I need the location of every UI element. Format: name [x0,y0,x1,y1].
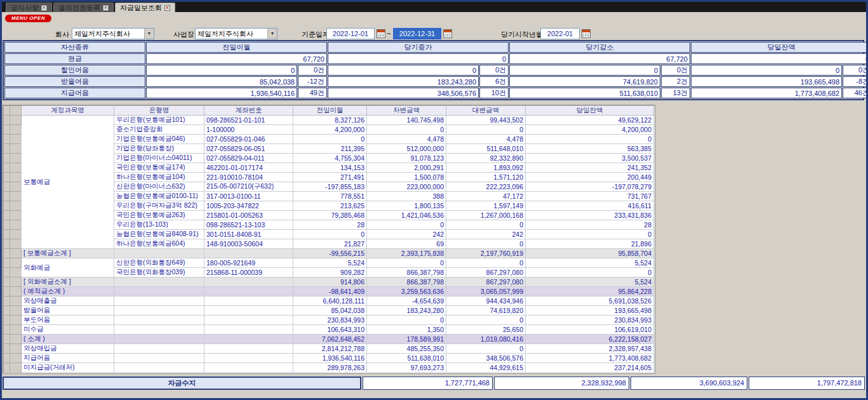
row-selector[interactable] [10,306,22,316]
tab-inactive[interactable]: 결의전표등록× [53,3,114,12]
amount-cell[interactable]: 4,200,000 [293,125,367,135]
amount-cell[interactable]: 388 [367,192,446,201]
amount-cell[interactable]: 0 [367,258,446,268]
chevron-down-icon[interactable]: ▼ [267,29,277,39]
row-selector[interactable] [10,192,22,201]
tab-active[interactable]: 자금일보조회× [115,3,175,12]
amount-cell[interactable]: 6,222,158,027 [526,335,654,344]
row-selector[interactable] [4,144,10,154]
amount-cell[interactable]: 511,638,010 [367,354,446,363]
account-name-cell[interactable]: 부도어음 [22,316,114,325]
amount-cell[interactable]: 134,153 [293,163,367,173]
amount-cell[interactable]: 1,421,046,536 [367,211,446,220]
start-month-input[interactable]: 2022-01 [540,28,580,39]
row-selector[interactable] [10,354,22,363]
row-selector[interactable] [4,258,10,268]
account-number-cell[interactable]: 098-286521-13-103 [204,220,293,230]
amount-cell[interactable]: 1,936,540,116 [293,354,367,363]
amount-cell[interactable]: 3,065,057,999 [446,287,526,297]
amount-cell[interactable]: 867,297,080 [446,268,526,277]
row-selector[interactable] [10,125,22,135]
row-selector[interactable] [10,287,22,297]
bank-name-cell[interactable] [114,306,204,316]
bank-name-cell[interactable] [114,344,204,354]
account-number-cell[interactable] [204,287,293,297]
row-selector[interactable] [4,268,10,277]
bank-name-cell[interactable] [114,335,204,344]
bank-name-cell[interactable]: 하나은행(보통예금104) [114,173,204,182]
amount-cell[interactable]: 778,551 [293,192,367,201]
amount-cell[interactable]: 140,745,498 [367,116,446,125]
amount-cell[interactable]: 271,491 [293,173,367,182]
amount-cell[interactable]: 4,478 [367,135,446,144]
bank-name-cell[interactable]: 국민은행(보통예금263) [114,211,204,220]
amount-cell[interactable]: 21,896 [526,239,654,249]
row-selector[interactable] [10,344,22,354]
bank-name-cell[interactable] [114,316,204,325]
row-selector[interactable] [10,163,22,173]
row-selector[interactable] [4,354,10,363]
row-selector[interactable] [10,201,22,211]
bank-name-cell[interactable]: 우리은행(13-103) [114,220,204,230]
bank-name-cell[interactable] [114,249,204,258]
row-selector[interactable] [4,325,10,335]
amount-cell[interactable]: 92,332,890 [446,154,526,163]
amount-cell[interactable]: 866,387,798 [367,268,446,277]
amount-cell[interactable]: 485,255,350 [367,344,446,354]
amount-cell[interactable]: 0 [367,125,446,135]
row-selector[interactable] [10,249,22,258]
amount-cell[interactable]: 193,665,498 [526,306,654,316]
bank-name-cell[interactable]: 기업은행(보통예금046) [114,135,204,144]
amount-cell[interactable]: 2,393,175,838 [367,249,446,258]
amount-cell[interactable]: 0 [293,135,367,144]
account-number-cell[interactable]: 462201-01-017174 [204,163,293,173]
bank-name-cell[interactable] [114,277,204,287]
account-name-cell[interactable]: 미지급금(거래처) [22,363,114,373]
amount-cell[interactable]: 183,243,280 [367,306,446,316]
amount-cell[interactable]: 49,629,122 [526,116,654,125]
account-number-cell[interactable]: 027-055829-06-051 [204,144,293,154]
tab-close-icon[interactable]: × [103,5,109,11]
bank-name-cell[interactable]: 신한은행(마이너스632) [114,182,204,192]
tab-close-icon[interactable]: × [41,5,47,11]
amount-cell[interactable]: 28 [526,220,654,230]
account-number-cell[interactable] [204,363,293,373]
amount-cell[interactable]: 5,524 [526,258,654,268]
amount-cell[interactable]: 0 [526,230,654,239]
amount-cell[interactable]: 0 [446,220,526,230]
bank-name-cell[interactable]: 하나은행(보통예금604) [114,239,204,249]
date-from-input[interactable]: 2022-12-01 [326,28,375,39]
amount-cell[interactable]: 241,352 [526,163,654,173]
account-number-cell[interactable] [204,354,293,363]
amount-cell[interactable]: 4,478 [446,135,526,144]
amount-cell[interactable]: 1,773,408,682 [526,354,654,363]
calendar-icon[interactable] [377,29,385,38]
amount-cell[interactable]: 2,814,212,788 [293,344,367,354]
account-number-cell[interactable] [204,249,293,258]
account-number-cell[interactable] [204,316,293,325]
row-selector[interactable] [4,220,10,230]
date-to-input[interactable]: 2022-12-31 [393,28,441,39]
account-name-cell[interactable]: 외화예금 [22,258,114,277]
amount-cell[interactable]: 222,223,096 [446,182,526,192]
row-selector[interactable] [10,268,22,277]
amount-cell[interactable]: 3,259,563,636 [367,287,446,297]
account-name-cell[interactable]: [ 보통예금소계 ] [22,249,114,258]
amount-cell[interactable]: 867,297,080 [446,277,526,287]
amount-cell[interactable]: 5,691,038,526 [526,297,654,306]
account-name-cell[interactable]: 받을어음 [22,306,114,316]
row-selector[interactable] [4,182,10,192]
amount-cell[interactable]: 79,385,468 [293,211,367,220]
row-selector[interactable] [10,277,22,287]
amount-cell[interactable]: 0 [526,135,654,144]
amount-cell[interactable]: -197,078,279 [526,182,654,192]
bank-name-cell[interactable]: 국민은행(외화통장039) [114,268,204,277]
amount-cell[interactable]: 0 [446,258,526,268]
row-selector[interactable] [10,325,22,335]
account-name-cell[interactable]: ( 예적금소계 ) [22,287,114,297]
account-number-cell[interactable]: 301-0151-8408-91 [204,230,293,239]
bank-name-cell[interactable]: 국민은행(보통예금174) [114,163,204,173]
row-selector[interactable] [4,173,10,182]
chevron-down-icon[interactable]: ▼ [144,29,154,39]
amount-cell[interactable]: 909,282 [293,268,367,277]
